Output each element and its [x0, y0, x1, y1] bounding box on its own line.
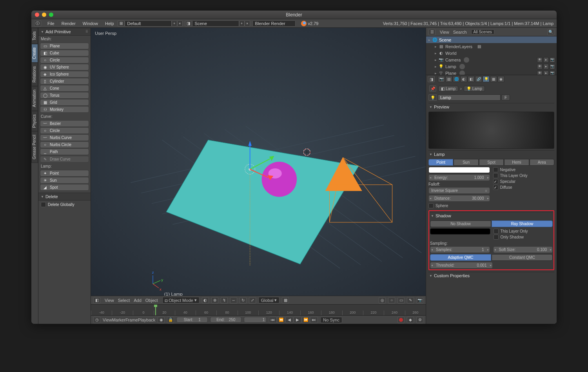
- tl-menu-frame[interactable]: Frame: [125, 318, 138, 322]
- mesh-cylinder-button[interactable]: ▯Cylinder: [40, 78, 89, 85]
- falloff-dropdown[interactable]: Inverse Square: [428, 187, 490, 194]
- scene-add[interactable]: +: [239, 20, 245, 27]
- vp-menu-select[interactable]: Select: [116, 298, 132, 303]
- outliner-editor-icon[interactable]: ☰: [428, 29, 436, 35]
- menu-file[interactable]: File: [44, 20, 58, 27]
- lamp-point-button[interactable]: ✦Point: [40, 170, 89, 177]
- keyframe-prev-icon[interactable]: ⏪: [277, 317, 285, 323]
- shading-icon[interactable]: ◐: [202, 297, 209, 303]
- tab-physics[interactable]: ◉: [497, 76, 505, 82]
- outliner-row-scene[interactable]: ▸🌐Scene: [426, 36, 557, 43]
- outliner-row-plane[interactable]: ▸▽Plane👁▸📷: [426, 70, 557, 75]
- tab-scene[interactable]: 🌐: [453, 76, 460, 82]
- end-field[interactable]: End:250: [210, 317, 241, 323]
- mesh-grid-button[interactable]: ▦Grid: [40, 99, 89, 106]
- keying-set-icon[interactable]: ◆: [407, 317, 414, 323]
- sphere-checkbox[interactable]: [428, 203, 434, 208]
- outliner-row-camera[interactable]: ▸📷Camera👁▸📷: [426, 56, 557, 63]
- layer-only-checkbox[interactable]: [493, 173, 498, 178]
- layers-icon[interactable]: ▦: [282, 297, 289, 303]
- 3d-viewport[interactable]: User Persp: [91, 28, 426, 296]
- shadow-layer-checkbox[interactable]: [494, 229, 499, 234]
- pin-icon[interactable]: 📌: [429, 85, 436, 92]
- lamp-type-point[interactable]: Point: [428, 159, 453, 166]
- menu-window[interactable]: Window: [79, 20, 102, 27]
- editor-type-icon[interactable]: ◧: [93, 297, 100, 303]
- lamp-name-input[interactable]: [438, 94, 501, 101]
- shadow-header[interactable]: Shadow: [430, 212, 553, 219]
- tab-create[interactable]: Create: [31, 44, 38, 63]
- draw-curve-button[interactable]: ✎Draw Curve: [40, 156, 89, 163]
- delete-globally-checkbox[interactable]: [41, 202, 46, 207]
- play-reverse-icon[interactable]: ◀: [285, 317, 293, 323]
- menu-help[interactable]: Help: [102, 20, 118, 27]
- manip-scale-icon[interactable]: ⤢: [249, 297, 256, 303]
- layout-del[interactable]: ×: [177, 20, 183, 27]
- autokey-icon[interactable]: ◉: [158, 317, 165, 323]
- proportional-icon[interactable]: ○: [388, 297, 395, 303]
- play-icon[interactable]: ▶: [294, 317, 301, 323]
- search-icon[interactable]: 🔍: [547, 29, 554, 35]
- tab-texture[interactable]: ▦: [490, 76, 497, 82]
- preview-header[interactable]: Preview: [428, 103, 554, 110]
- pivot-icon[interactable]: ⊕: [211, 297, 218, 303]
- custom-props-header[interactable]: Custom Properties: [428, 272, 554, 279]
- bc-data[interactable]: 💡 Lamp: [464, 86, 485, 92]
- render-engine-dropdown[interactable]: Blender Render: [252, 20, 296, 27]
- tab-world[interactable]: ◐: [460, 76, 467, 82]
- mesh-cube-button[interactable]: ◧Cube: [40, 50, 89, 56]
- scene-dropdown[interactable]: Scene: [192, 20, 239, 27]
- mesh-torus-button[interactable]: ◯Torus: [40, 92, 89, 99]
- keyframe-next-icon[interactable]: ⏩: [302, 317, 310, 323]
- mode-dropdown[interactable]: ◘ Object Mode ▾: [162, 297, 200, 303]
- tab-physics[interactable]: Physics: [31, 111, 38, 131]
- outliner[interactable]: ▸🌐Scene▸▤RenderLayers▤▸◐World▸📷Camera👁▸📷…: [426, 36, 557, 75]
- mesh-plane-button[interactable]: ▭Plane: [40, 43, 89, 49]
- samples-field[interactable]: Samples:1: [430, 246, 490, 253]
- layout-dropdown[interactable]: Default: [125, 20, 172, 27]
- tab-grease-pencil[interactable]: Grease Pencil: [31, 131, 38, 163]
- record-icon[interactable]: [397, 317, 405, 323]
- threshold-field[interactable]: Threshold:0.001: [430, 262, 493, 269]
- tl-menu-marker[interactable]: Marker: [112, 318, 125, 322]
- curve-nurbs-circle-button[interactable]: ○Nurbs Circle: [40, 141, 89, 148]
- distance-field[interactable]: Distance:30.000: [428, 195, 490, 202]
- mesh-cone-button[interactable]: △Cone: [40, 85, 89, 92]
- mesh-monkey-button[interactable]: ⚇Monkey: [40, 106, 89, 113]
- only-shadow-checkbox[interactable]: [494, 235, 499, 240]
- curve-bezier-button[interactable]: 〰Bezier: [40, 120, 89, 127]
- no-shadow-button[interactable]: No Shadow: [430, 220, 491, 227]
- manip-translate-icon[interactable]: ↔: [230, 297, 237, 303]
- snap-icon[interactable]: ◎: [379, 297, 386, 303]
- scene-del[interactable]: ×: [245, 20, 250, 27]
- current-frame-field[interactable]: 1: [244, 317, 267, 323]
- tab-data[interactable]: 💡: [483, 76, 490, 82]
- outliner-row-lamp[interactable]: ▸💡Lamp👁▸📷: [426, 63, 557, 70]
- lamp-sun-button[interactable]: ☀Sun: [40, 177, 89, 184]
- curve-path-button[interactable]: ⎯Path: [40, 148, 89, 155]
- ol-menu-view[interactable]: View: [438, 30, 451, 34]
- lamp-spot-button[interactable]: ◢Spot: [40, 184, 89, 191]
- tab-constraints[interactable]: 🔗: [475, 76, 482, 82]
- jump-start-icon[interactable]: ⏮: [269, 317, 277, 323]
- lamp-type-area[interactable]: Area: [530, 159, 554, 166]
- manip-rotate-icon[interactable]: ↻: [240, 297, 247, 303]
- scene-icon[interactable]: ◨: [185, 20, 192, 27]
- tab-animation[interactable]: Animation: [31, 86, 38, 110]
- fake-user-button[interactable]: F: [501, 94, 510, 101]
- delete-globally-row[interactable]: Delete Globally: [38, 200, 91, 209]
- tl-menu-playback[interactable]: Playback: [138, 318, 156, 322]
- shadow-color-field[interactable]: [430, 228, 490, 235]
- menu-render[interactable]: Render: [58, 20, 79, 27]
- lock-icon[interactable]: 🔒: [167, 317, 174, 323]
- lamp-type-sun[interactable]: Sun: [454, 159, 478, 166]
- tab-tools[interactable]: Tools: [31, 28, 38, 44]
- timeline[interactable]: -40-200204060801001201401601802002202402…: [91, 304, 426, 315]
- datablock-icon[interactable]: 💡: [428, 94, 437, 101]
- mesh-uv-sphere-button[interactable]: ◉UV Sphere: [40, 64, 89, 70]
- negative-checkbox[interactable]: [493, 167, 498, 172]
- keying-menu-icon[interactable]: ⚙: [416, 317, 423, 323]
- specular-checkbox[interactable]: [493, 179, 498, 184]
- vp-menu-view[interactable]: View: [103, 298, 116, 303]
- outliner-row-world[interactable]: ▸◐World: [426, 50, 557, 56]
